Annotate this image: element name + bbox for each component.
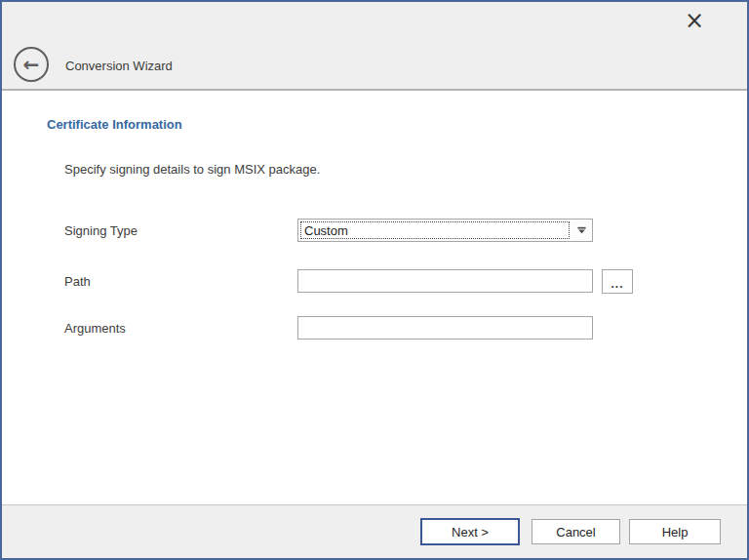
cancel-button[interactable]: Cancel xyxy=(532,519,620,544)
chevron-down-icon[interactable] xyxy=(572,220,591,240)
next-button[interactable]: Next > xyxy=(420,518,520,545)
wizard-footer: Next > Cancel Help xyxy=(2,504,747,558)
page-title: Certificate Information xyxy=(47,117,182,132)
wizard-header: × ← Conversion Wizard xyxy=(2,2,747,91)
conversion-wizard-dialog: × ← Conversion Wizard Certificate Inform… xyxy=(0,0,749,560)
page-description: Specify signing details to sign MSIX pac… xyxy=(64,162,320,177)
wizard-title: Conversion Wizard xyxy=(65,59,173,73)
close-icon[interactable]: × xyxy=(681,6,708,35)
signing-type-label: Signing Type xyxy=(64,223,138,238)
signing-type-value: Custom xyxy=(300,221,570,239)
browse-button[interactable]: ... xyxy=(602,269,633,294)
arguments-label: Arguments xyxy=(64,321,126,336)
signing-type-combobox[interactable]: Custom xyxy=(297,219,593,242)
arguments-input[interactable] xyxy=(297,316,593,340)
path-label: Path xyxy=(64,274,91,289)
help-button[interactable]: Help xyxy=(629,519,721,544)
path-input[interactable] xyxy=(297,269,593,293)
back-icon[interactable]: ← xyxy=(14,47,49,82)
